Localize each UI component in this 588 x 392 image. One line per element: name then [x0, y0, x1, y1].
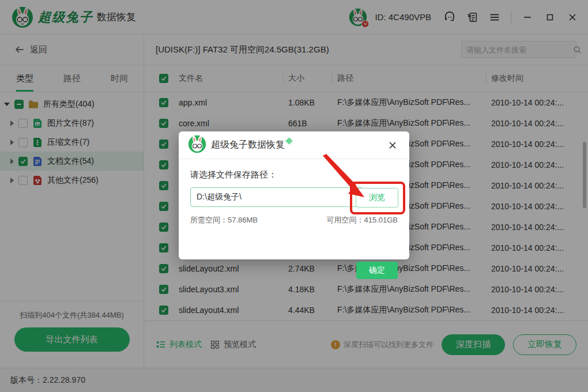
- dialog-close-icon[interactable]: [385, 138, 400, 153]
- diamond-decoration: [285, 137, 293, 145]
- save-path-dialog: 超级兔子数据恢复 请选择文件保存路径： 浏览 所需空间：57.86MB 可用空间…: [179, 131, 409, 259]
- browse-button[interactable]: 浏览: [356, 188, 398, 208]
- app-window: 超级兔子 数据恢复 V ID: 4C490VPB: [0, 0, 588, 392]
- available-space: 可用空间：415.01GB: [326, 215, 398, 225]
- dialog-title: 超级兔子数据恢复: [211, 139, 285, 151]
- dialog-header: 超级兔子数据恢复: [179, 131, 409, 159]
- dialog-body: 请选择文件保存路径： 浏览 所需空间：57.86MB 可用空间：415.01GB…: [179, 159, 409, 225]
- confirm-button[interactable]: 确定: [356, 262, 398, 279]
- path-label: 请选择文件保存路径：: [190, 169, 398, 180]
- required-space: 所需空间：57.86MB: [190, 215, 258, 225]
- dialog-logo-icon: [188, 135, 206, 156]
- save-path-input[interactable]: [190, 187, 363, 207]
